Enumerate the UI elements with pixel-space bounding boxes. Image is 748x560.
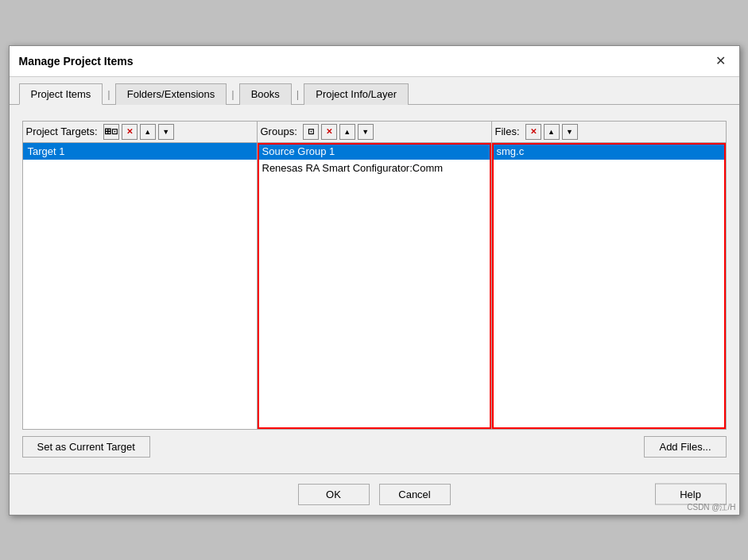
targets-down-button[interactable] [158,124,174,140]
targets-new-button[interactable]: ⊡ [103,124,119,140]
targets-label: Project Targets: [26,126,98,137]
list-item[interactable]: Renesas RA Smart Configurator:Comm [258,160,491,176]
panels-container: Project Targets: ⊡ Target 1 Groups: ⊡ [22,121,727,430]
right-buttons: Add Files... [644,436,726,458]
dialog-footer: OK Cancel Help CSDN @江/H [10,473,739,515]
groups-panel: Groups: ⊡ Source Group 1 Renesas RA Smar… [258,122,492,429]
content-area: Project Targets: ⊡ Target 1 Groups: ⊡ [10,105,739,473]
targets-list[interactable]: Target 1 [23,143,257,429]
files-down-button[interactable] [562,124,578,140]
files-delete-button[interactable] [525,124,541,140]
groups-header: Groups: ⊡ [258,122,491,143]
ok-button[interactable]: OK [298,484,370,505]
title-bar: Manage Project Items ✕ [10,46,739,77]
groups-delete-button[interactable] [321,124,337,140]
up-icon [343,127,351,136]
down-icon [362,127,369,136]
list-item[interactable]: Source Group 1 [258,143,491,160]
tab-folders-extensions[interactable]: Folders/Extensions [115,83,227,105]
dialog-title: Manage Project Items [19,55,134,68]
list-item[interactable]: smg.c [492,143,726,160]
list-item[interactable]: Target 1 [23,143,257,160]
files-label: Files: [495,126,520,137]
files-list[interactable]: smg.c [492,143,726,429]
left-buttons: Set as Current Target [22,436,150,458]
set-current-target-button[interactable]: Set as Current Target [22,436,150,458]
watermark: CSDN @江/H [687,502,735,513]
delete-icon [126,127,133,136]
add-files-button[interactable]: Add Files... [644,436,726,458]
groups-list[interactable]: Source Group 1 Renesas RA Smart Configur… [258,143,491,429]
groups-new-button[interactable]: ⊡ [303,124,319,140]
targets-up-button[interactable] [140,124,156,140]
up-icon [144,127,151,136]
dialog: Manage Project Items ✕ Project Items | F… [9,45,740,516]
tab-bar: Project Items | Folders/Extensions | Boo… [10,77,739,105]
delete-icon [530,127,537,136]
targets-panel: Project Targets: ⊡ Target 1 [23,122,258,429]
files-header: Files: [492,122,726,143]
groups-label: Groups: [261,126,297,137]
up-icon [548,127,555,136]
tab-project-items[interactable]: Project Items [19,83,103,105]
down-icon [162,127,169,136]
groups-up-button[interactable] [339,124,355,140]
tab-project-info-layer[interactable]: Project Info/Layer [304,83,409,105]
down-icon [566,127,573,136]
groups-down-button[interactable] [358,124,374,140]
close-button[interactable]: ✕ [712,52,730,70]
tab-books[interactable]: Books [239,83,292,105]
files-up-button[interactable] [544,124,560,140]
targets-header: Project Targets: ⊡ [23,122,257,143]
delete-icon [326,127,332,136]
files-panel: Files: smg.c [492,122,726,429]
targets-delete-button[interactable] [122,124,138,140]
cancel-button[interactable]: Cancel [379,484,451,505]
panel-bottom-buttons: Set as Current Target Add Files... [22,436,727,458]
